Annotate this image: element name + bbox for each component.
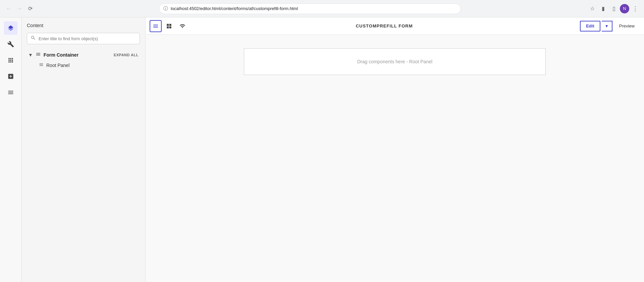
app-container: Content ▼ Form Container EXPAND ALL (0, 17, 644, 282)
search-box[interactable] (27, 33, 140, 44)
search-input[interactable] (39, 36, 136, 41)
back-button[interactable]: ← (4, 4, 13, 13)
tree-child-item[interactable]: Root Panel (27, 60, 140, 70)
toolbar-right: Edit ▼ Preview (580, 21, 640, 31)
edit-button[interactable]: Edit (580, 21, 600, 31)
chrome-menu-button[interactable]: ⋮ (631, 4, 640, 13)
rail-layers-icon[interactable] (4, 21, 17, 35)
rail-data-icon[interactable] (4, 86, 17, 99)
edit-dropdown-button[interactable]: ▼ (602, 21, 612, 31)
extension1-button[interactable]: ▮ (598, 4, 608, 13)
form-container-icon (36, 52, 41, 58)
editor-toolbar: CUSTOMPREFILL FORM Edit ▼ Preview (146, 17, 644, 35)
icon-rail (0, 17, 21, 282)
info-icon: ⓘ (163, 6, 168, 12)
sidebar-toggle-button[interactable] (150, 20, 162, 32)
responsive-button[interactable] (176, 20, 189, 32)
rail-add-icon[interactable] (4, 70, 17, 83)
root-panel: Drag components here - Root Panel (244, 48, 546, 75)
rail-wrench-icon[interactable] (4, 38, 17, 51)
bookmark-button[interactable]: ☆ (588, 4, 597, 13)
sidebar-title: Content (27, 23, 140, 28)
sidebar: Content ▼ Form Container EXPAND ALL (21, 17, 146, 282)
tree-container: ▼ Form Container EXPAND ALL Root Panel (27, 50, 140, 277)
root-panel-icon (39, 62, 44, 68)
search-icon (31, 35, 36, 42)
editor-canvas: Drag components here - Root Panel (146, 35, 644, 282)
forward-button[interactable]: → (15, 4, 24, 13)
root-panel-label: Root Panel (46, 63, 69, 68)
reload-button[interactable]: ⟳ (25, 4, 35, 13)
rail-components-icon[interactable] (4, 54, 17, 67)
tree-expand-icon: ▼ (28, 52, 33, 58)
editor-area: CUSTOMPREFILL FORM Edit ▼ Preview Drag c… (146, 17, 644, 282)
extension2-button[interactable]: ▯ (609, 4, 619, 13)
toolbar-title: CUSTOMPREFILL FORM (190, 23, 579, 28)
avatar[interactable]: N (620, 4, 629, 13)
address-bar[interactable]: ⓘ localhost:4502/editor.html/content/for… (159, 3, 461, 14)
tree-root-item[interactable]: ▼ Form Container EXPAND ALL (27, 50, 140, 60)
expand-all-button[interactable]: EXPAND ALL (114, 53, 139, 57)
browser-chrome: ← → ⟳ ⓘ localhost:4502/editor.html/conte… (0, 0, 644, 17)
structure-button[interactable] (163, 20, 175, 32)
nav-buttons: ← → ⟳ (4, 4, 35, 13)
root-panel-placeholder: Drag components here - Root Panel (357, 59, 432, 64)
preview-button[interactable]: Preview (614, 21, 640, 31)
url-display: localhost:4502/editor.html/content/forms… (171, 6, 457, 11)
form-container-label: Form Container (44, 52, 111, 58)
browser-actions: ☆ ▮ ▯ N ⋮ (588, 4, 640, 13)
